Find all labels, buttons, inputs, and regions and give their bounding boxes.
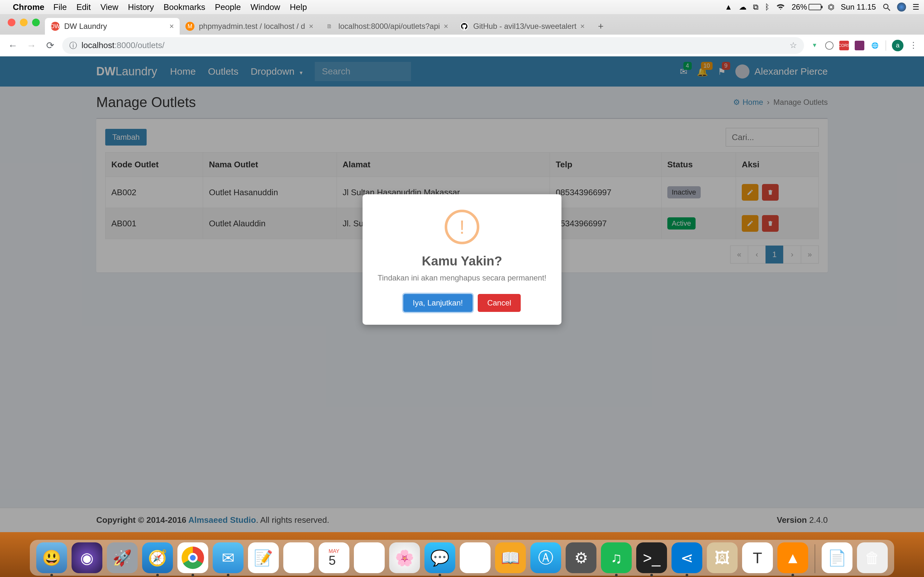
tab-close-icon[interactable]: ×: [444, 22, 448, 31]
modal-cancel-button[interactable]: Cancel: [478, 294, 521, 312]
tab-favicon-icon: [460, 22, 469, 31]
dock-appstore-icon[interactable]: Ⓐ: [530, 542, 561, 573]
bluetooth-icon[interactable]: ᛒ: [765, 3, 769, 11]
mac-dock-wrap: 😃 ◉ 🚀 🧭 ✉ 📝 ☑ MAY5 🗺 🌸 💬 ♪ 📖 Ⓐ ⚙ ♫ >_ ⋖ …: [0, 532, 924, 577]
tab-title: phpmyadmin.test / localhost / d: [199, 22, 305, 31]
tab-favicon-icon: DW: [51, 22, 60, 31]
dock-reminders-icon[interactable]: ☑: [283, 542, 314, 573]
modal-overlay[interactable]: ! Kamu Yakin? Tindakan ini akan menghapu…: [0, 56, 924, 532]
bookmark-star-icon[interactable]: ☆: [790, 40, 797, 50]
dock-finder-icon[interactable]: 😃: [36, 542, 67, 573]
browser-tab[interactable]: DW DW Laundry ×: [45, 18, 180, 35]
wifi-icon[interactable]: [776, 3, 785, 11]
warning-icon: !: [445, 210, 479, 244]
chrome-window: DW DW Laundry × M phpmyadmin.test / loca…: [0, 14, 924, 532]
tab-close-icon[interactable]: ×: [309, 22, 313, 31]
dock-safari-icon[interactable]: 🧭: [142, 542, 173, 573]
modal-confirm-button[interactable]: Iya, Lanjutkan!: [403, 294, 473, 312]
tray-icon[interactable]: ⧉: [753, 3, 758, 11]
nav-forward-button[interactable]: →: [25, 39, 38, 52]
mac-menu-item[interactable]: History: [128, 2, 154, 12]
dock-maps-icon[interactable]: 🗺: [354, 542, 384, 573]
mac-menubar: Chrome File Edit View History Bookmarks …: [0, 0, 924, 14]
siri-icon[interactable]: [897, 3, 906, 11]
cloud-tray-icon[interactable]: ☁: [739, 3, 746, 11]
dock-ibooks-icon[interactable]: 📖: [495, 542, 526, 573]
mac-menu-item[interactable]: Window: [250, 2, 280, 12]
dock-spotify-icon[interactable]: ♫: [601, 542, 632, 573]
dock-messages-icon[interactable]: 💬: [425, 542, 455, 573]
chrome-tab-strip: DW DW Laundry × M phpmyadmin.test / loca…: [0, 14, 924, 35]
browser-tab[interactable]: M phpmyadmin.test / localhost / d ×: [180, 18, 319, 35]
window-controls: [8, 19, 40, 26]
dock-calendar-icon[interactable]: MAY5: [318, 542, 349, 573]
control-center-icon[interactable]: ⏣: [828, 3, 835, 11]
modal-text: Tindakan ini akan menghapus secara perma…: [375, 274, 549, 282]
tab-favicon-icon: M: [186, 22, 194, 31]
dock-app-icon[interactable]: 🖼: [707, 542, 738, 573]
dock-file-icon[interactable]: 📄: [822, 542, 853, 573]
extension-icon[interactable]: [825, 41, 834, 50]
dock-vlc-icon[interactable]: ▲: [777, 542, 808, 573]
svg-point-0: [884, 4, 888, 9]
dock-textedit-icon[interactable]: T: [742, 542, 773, 573]
profile-avatar[interactable]: a: [892, 40, 903, 51]
dock-separator: [814, 544, 815, 573]
confirm-modal: ! Kamu Yakin? Tindakan ini akan menghapu…: [363, 194, 561, 325]
dock-launchpad-icon[interactable]: 🚀: [107, 542, 137, 573]
site-info-icon[interactable]: ⓘ: [69, 40, 77, 51]
tab-close-icon[interactable]: ×: [170, 22, 174, 31]
url-host: localhost:8000/outlets/: [81, 40, 165, 50]
dock-chrome-icon[interactable]: [178, 542, 208, 573]
mac-menu-item[interactable]: File: [53, 2, 67, 12]
browser-tab[interactable]: 🗎 localhost:8000/api/outlets?api ×: [319, 18, 454, 35]
spotlight-icon[interactable]: [882, 3, 891, 11]
nav-back-button[interactable]: ←: [6, 39, 19, 52]
chrome-menu-icon[interactable]: ⋮: [909, 40, 918, 50]
clock[interactable]: Sun 11.15: [841, 3, 876, 11]
dock-photos-icon[interactable]: 🌸: [389, 542, 420, 573]
tab-title: DW Laundry: [64, 22, 166, 31]
tab-favicon-icon: 🗎: [325, 22, 334, 31]
chrome-toolbar: ← → ⟳ ⓘ localhost:8000/outlets/ ☆ ▼ CORS…: [0, 35, 924, 56]
dock-notes-icon[interactable]: 📝: [248, 542, 279, 573]
browser-tab[interactable]: GitHub - avil13/vue-sweetalert ×: [454, 18, 590, 35]
dock-preferences-icon[interactable]: ⚙: [565, 542, 596, 573]
modal-title: Kamu Yakin?: [375, 254, 549, 268]
new-tab-button[interactable]: +: [594, 20, 607, 33]
dock-mail-icon[interactable]: ✉: [213, 542, 244, 573]
notification-center-icon[interactable]: ☰: [913, 3, 919, 11]
svg-line-1: [888, 8, 890, 11]
dock-trash-icon[interactable]: 🗑: [857, 542, 888, 573]
mac-menu-item[interactable]: View: [100, 2, 118, 12]
extension-icon[interactable]: CORS: [839, 41, 849, 50]
mac-menu-item[interactable]: Help: [290, 2, 307, 12]
mac-menu-item[interactable]: Edit: [76, 2, 91, 12]
mac-menu-item[interactable]: People: [215, 2, 241, 12]
battery-percent: 26%: [792, 3, 807, 11]
tab-title: GitHub - avil13/vue-sweetalert: [473, 22, 576, 31]
tab-title: localhost:8000/api/outlets?api: [338, 22, 440, 31]
dock-terminal-icon[interactable]: >_: [636, 542, 667, 573]
window-close-button[interactable]: [8, 19, 15, 26]
window-minimize-button[interactable]: [20, 19, 27, 26]
extension-icon[interactable]: 🌐: [870, 41, 880, 50]
app-root: DWLaundry Home Outlets Dropdown ▾ ✉4 🔔10…: [0, 56, 924, 532]
mac-menu-item[interactable]: Bookmarks: [164, 2, 205, 12]
battery-indicator[interactable]: 26%: [792, 3, 821, 11]
mac-dock: 😃 ◉ 🚀 🧭 ✉ 📝 ☑ MAY5 🗺 🌸 💬 ♪ 📖 Ⓐ ⚙ ♫ >_ ⋖ …: [30, 540, 894, 576]
window-maximize-button[interactable]: [32, 19, 40, 26]
dock-itunes-icon[interactable]: ♪: [460, 542, 491, 573]
vlc-tray-icon[interactable]: ▲: [725, 3, 732, 11]
nav-reload-button[interactable]: ⟳: [44, 39, 57, 52]
dock-siri-icon[interactable]: ◉: [71, 542, 102, 573]
mac-app-name[interactable]: Chrome: [13, 2, 44, 12]
vue-devtools-icon[interactable]: ▼: [810, 41, 819, 50]
extension-icon[interactable]: [855, 41, 864, 50]
dock-vscode-icon[interactable]: ⋖: [672, 542, 702, 573]
tab-close-icon[interactable]: ×: [580, 22, 585, 31]
omnibox[interactable]: ⓘ localhost:8000/outlets/ ☆: [62, 37, 804, 54]
